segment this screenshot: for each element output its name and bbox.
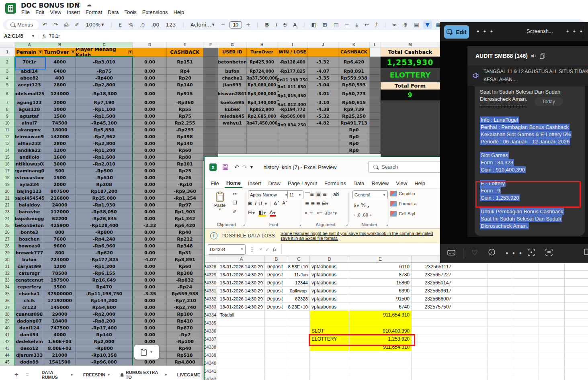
excel-cell-J34330[interactable] [565,279,588,287]
excel-cell-D34340[interactable] [310,359,349,367]
excel-cell-G34332[interactable] [488,295,513,303]
row-header-31[interactable]: 31 [0,263,15,270]
cell-G2[interactable]: betonbeton [218,57,247,68]
excel-cell-C34335[interactable] [288,319,310,327]
excel-cell-D34335[interactable] [310,319,349,327]
cell-E23[interactable]: Rp1,903 [167,208,203,215]
cell-C4[interactable]: -Rp400 [76,75,133,82]
cell-D20[interactable]: 0.00 [133,188,167,195]
row-header-16[interactable]: 16 [0,161,15,168]
cell-A41[interactable]: danil94 [15,331,44,338]
cell-E31[interactable]: Rp60 [167,263,203,270]
visual-search-icon[interactable] [528,249,535,256]
cell-I9[interactable]: -Rp505,000 [277,113,308,120]
cell-B28[interactable]: 9600 [44,243,76,249]
cell-H11[interactable] [247,127,277,133]
excel-cell-G34329[interactable] [488,271,513,279]
excel-cell-C34334[interactable] [288,311,310,319]
excel-cell-B34328[interactable]: Deposit [265,263,288,271]
cell-J3[interactable]: -4.07 [308,68,338,75]
fx-icon[interactable]: fx [273,246,277,253]
row-header-21[interactable]: 21 [0,195,15,202]
excel-cell-I34331[interactable] [539,287,565,295]
excel-cell-J34338[interactable] [565,343,588,351]
cell-E44[interactable]: Rp518 [167,352,203,359]
excel-cell-G34342[interactable] [488,375,513,380]
paste-overlay-button[interactable]: ▼ [134,345,159,360]
excel-cell-I34330[interactable] [539,279,565,287]
excel-cell-J34336[interactable] [565,327,588,335]
cell-L5[interactable] [370,82,381,88]
cell-E14[interactable]: Rp60 [167,147,203,154]
excel-cell-A34340[interactable] [218,359,265,367]
excel-cell-G34331[interactable] [488,287,513,295]
pinned-message-bar[interactable]: TANGGAL 11 & 12 AGUSTUS ALL SITUS TIDAK … [467,65,588,86]
cell-L3[interactable] [370,68,381,75]
excel-cell-B34331[interactable]: Deposit [265,287,288,295]
excel-name-box[interactable]: D34334▼ [208,244,246,255]
cell-H8[interactable]: Rp852,900 [247,106,277,113]
enter-icon[interactable]: ✓ [266,247,270,252]
cell-C20[interactable]: Rp187,200 [76,188,133,195]
cell-B6[interactable]: 124000 [44,88,76,99]
excel-cell-D34328[interactable]: vpfaabonus [310,263,349,271]
header-cell-D[interactable] [133,48,167,57]
excel-cell-C34333[interactable]: 8.23E+10 [288,303,310,311]
excel-cell-I34329[interactable] [539,271,565,279]
excel-cell-F34331[interactable]: 2325659617 [412,287,488,295]
cell-E42[interactable]: -Rp100 [167,338,203,345]
excel-cell-D34331[interactable]: vpfaabonus [310,287,349,295]
dialog-launcher-icon[interactable]: ⌟ [346,222,348,226]
excel-cell-A34339[interactable] [218,351,265,359]
cell-C30[interactable]: -Rp177,825 [76,256,133,263]
excel-cell-G34338[interactable] [488,343,513,351]
cell-C14[interactable]: -Rp1,200 [76,147,133,154]
excel-col-header-E[interactable]: E [349,256,412,263]
row-header-7[interactable]: 7 [0,99,15,106]
col-header-K[interactable]: K [338,42,370,48]
sheet-tab-rumus-extra-to[interactable]: RUMUS EXTRA TO▼ [116,368,172,380]
cell-A28[interactable]: bowoas0 [15,243,44,249]
row-header-2[interactable]: 2 [0,57,15,68]
cell-F4[interactable] [203,75,218,82]
cell-A13[interactable]: alflan232 [15,140,44,147]
excel-row-header-34337[interactable]: 34337 [205,335,218,343]
cell-C17[interactable]: -Rp500 [76,168,133,174]
underline-arrow-icon[interactable]: ▼ [264,202,267,206]
excel-cell-G34336[interactable] [488,327,513,335]
cell-A12[interactable]: aleirmawan97 [15,133,44,140]
row-header-13[interactable]: 13 [0,140,15,147]
cell-E24[interactable]: Rp1,342 [167,215,203,222]
cell-J7[interactable]: -3.10 [308,99,338,106]
number-format-select[interactable]: General▼ [352,190,388,199]
cancel-icon[interactable]: × [259,246,262,252]
cut-icon[interactable]: ✂ [231,191,238,197]
excel-tab-home[interactable]: Home [223,178,244,188]
excel-cell-B34330[interactable]: Deposit [265,279,288,287]
excel-cell-C34338[interactable] [288,343,310,351]
cell-E26[interactable]: Rp40 [167,229,203,236]
cell-C35[interactable]: -Rp11,198,750 [76,290,133,297]
excel-cell-A34336[interactable] [218,327,265,335]
row-header-19[interactable]: 19 [0,181,15,188]
cell-H3[interactable]: Rp724,000 [247,68,277,75]
cell-A42[interactable]: dedekelvin [15,338,44,345]
cell-E6[interactable]: Rp915 [167,88,203,99]
cell-E11[interactable]: -Rp293 [167,127,203,133]
edit-button[interactable]: Edit [444,25,469,39]
cell-L12[interactable] [370,133,381,140]
cell-F11[interactable] [203,127,218,133]
cell-J8[interactable]: -4.38 [308,106,338,113]
cell-K7[interactable]: Rp50,615 [338,99,370,106]
cell-E32[interactable]: Rp308 [167,270,203,277]
excel-cell-B34334[interactable] [265,311,288,319]
cell-E16[interactable]: Rp101 [167,161,203,168]
excel-cell-A34330[interactable]: 13-01-2026 14:30:29 [218,279,265,287]
cell-E43[interactable]: Rp40 [167,345,203,352]
cell-A21[interactable]: bajol454545 [15,195,44,202]
cell-B36[interactable]: 17192000 [44,297,76,304]
excel-cell-C34339[interactable] [288,351,310,359]
cell-A45[interactable]: dodo99 [15,359,44,366]
cell-C7[interactable]: Rp7,190 [76,99,133,106]
all-sheets-icon[interactable]: ≡ [25,372,29,378]
